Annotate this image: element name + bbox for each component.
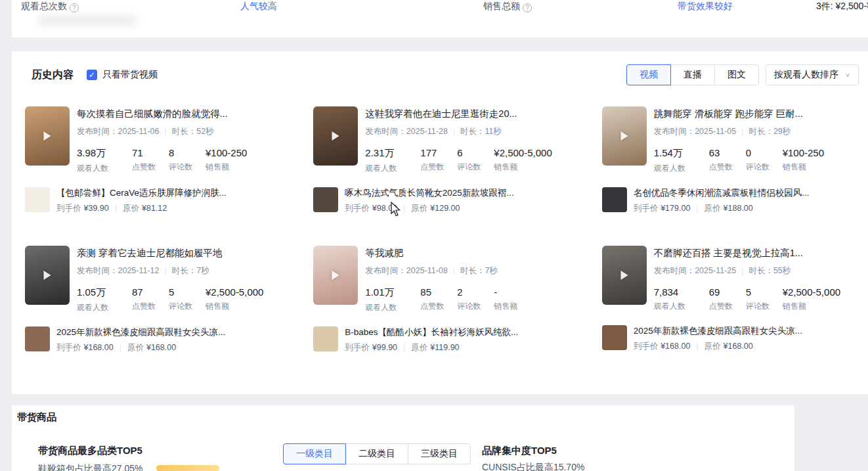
product-thumbnail[interactable] (25, 326, 50, 351)
summary-stats-bar: 观看总次数? 人气较高 销售总额? 带货效果较好 3件: ¥2,500-¥5,0… (12, 0, 868, 37)
video-card[interactable]: 跳舞能穿 滑板能穿 跑步能穿 巨耐... 发布时间：2025-11-05|时长：… (602, 106, 860, 214)
original-price-label: 原价 (123, 204, 139, 213)
video-card[interactable]: 不磨脚还百搭 主要是视觉上拉高1... 发布时间：2025-11-25|时长：5… (602, 246, 860, 353)
video-thumbnail[interactable] (313, 246, 358, 305)
original-price-label: 原价 (705, 204, 721, 213)
product-title[interactable]: 2025年新款裸色漆皮细跟高跟鞋女尖头凉... (56, 326, 225, 338)
product-title[interactable]: 【包邮尝鲜】CeraVe适乐肤屏障修护润肤... (56, 187, 227, 199)
video-card[interactable]: 每次摸着自己细腻嫩滑的脸就觉得... 发布时间：2025-11-06|时长：52… (25, 106, 283, 214)
only-ecommerce-videos-checkbox[interactable]: ✓ 只看带货视频 (87, 69, 158, 81)
video-title[interactable]: 等我减肥 (365, 247, 571, 259)
video-thumbnail[interactable] (602, 246, 647, 305)
sales-effect-link[interactable]: 带货效果较好 (678, 1, 733, 12)
product-title[interactable]: 啄木鸟法式气质长筒靴女2025新款坡跟褶... (345, 187, 513, 199)
publish-date: 发布时间：2025-11-28 (365, 127, 448, 136)
stat-销售额: ¥100-250销售额 (206, 147, 247, 174)
linked-product[interactable]: B-babes【酷酷小妖】长袖衬衫海妖风纯欲... 到手价¥99.90|原价¥1… (313, 326, 571, 353)
linked-product[interactable]: 【包邮尝鲜】CeraVe适乐肤屏障修护润肤... 到手价¥39.90|原价¥81… (25, 187, 283, 214)
top-categories-title: 带货商品最多品类TOP5 (38, 445, 142, 457)
help-icon[interactable]: ? (70, 3, 79, 12)
video-thumbnail[interactable] (602, 106, 647, 166)
product-thumbnail[interactable] (602, 325, 627, 350)
product-prices: 到手价¥168.00|原价¥168.00 (56, 342, 225, 353)
publish-date: 发布时间：2025-11-05 (654, 127, 737, 136)
stat-点赞数: 85点赞数 (420, 286, 457, 313)
brand-concentration-title: 品牌集中度TOP5 (482, 445, 557, 457)
video-duration: 时长：52秒 (172, 127, 214, 136)
video-stats: 1.54万观看人数63点赞数0评论数¥100-250销售额 (654, 147, 860, 174)
checkbox-checked-icon[interactable]: ✓ (87, 70, 97, 80)
deal-price-label: 到手价 (345, 204, 370, 213)
video-card[interactable]: 亲测 穿着它去迪士尼都能如履平地 发布时间：2025-11-12|时长：7秒 1… (25, 246, 283, 353)
product-thumbnail[interactable] (313, 187, 338, 212)
deal-price-label: 到手价 (634, 342, 659, 351)
video-duration: 时长：7秒 (172, 266, 209, 275)
product-prices: 到手价¥179.00|原价¥188.00 (634, 203, 810, 214)
stat-销售额: ¥2,500-5,000销售额 (783, 286, 840, 312)
stat-点赞数: 69点赞数 (709, 286, 746, 312)
tab-三级类目[interactable]: 三级类目 (408, 443, 471, 464)
linked-product[interactable]: 2025年新款裸色漆皮细跟高跟鞋女尖头凉... 到手价¥168.00|原价¥16… (602, 325, 860, 352)
sort-dropdown[interactable]: 按观看人数排序 ∨ (766, 64, 859, 85)
content-type-tabs: 视频直播图文 (626, 64, 759, 85)
play-icon (332, 271, 339, 280)
product-title[interactable]: 名创优品冬季休闲潮流减震板鞋情侣校园风... (634, 187, 810, 199)
tab-图文[interactable]: 图文 (714, 64, 759, 85)
product-title[interactable]: B-babes【酷酷小妖】长袖衬衫海妖风纯欲... (345, 326, 518, 338)
stat-销售额: ¥2,500-5,000销售额 (494, 147, 552, 174)
video-stats: 1.05万观看人数87点赞数5评论数¥2,500-5,000销售额 (77, 286, 283, 313)
publish-date: 发布时间：2025-11-06 (77, 127, 160, 136)
stat-评论数: 5评论数 (169, 286, 206, 313)
product-thumbnail[interactable] (602, 187, 627, 212)
tab-一级类目[interactable]: 一级类目 (283, 443, 346, 464)
product-thumbnail[interactable] (313, 326, 338, 351)
stat-观看人数: 2.31万观看人数 (365, 147, 420, 174)
video-title[interactable]: 不磨脚还百搭 主要是视觉上拉高1... (654, 247, 860, 259)
video-title[interactable]: 每次摸着自己细腻嫩滑的脸就觉得... (77, 108, 283, 120)
video-meta: 发布时间：2025-11-25|时长：55秒 (654, 265, 860, 277)
video-thumbnail[interactable] (25, 106, 70, 166)
product-thumbnail[interactable] (25, 187, 50, 212)
sales-range-value: 3件: ¥2,500-¥5,00 (816, 1, 868, 12)
sales-total-label: 销售总额? (483, 1, 532, 12)
stat-销售额: -销售额 (494, 286, 517, 313)
tab-二级类目[interactable]: 二级类目 (345, 443, 408, 464)
publish-date: 发布时间：2025-11-12 (77, 266, 160, 275)
linked-product[interactable]: 啄木鸟法式气质长筒靴女2025新款坡跟褶... 到手价¥98.00|原价¥129… (313, 187, 571, 214)
video-card[interactable]: 这鞋我穿着他在迪士尼里逛街走20... 发布时间：2025-11-28|时长：1… (313, 106, 571, 214)
video-thumbnail[interactable] (313, 106, 358, 166)
stat-点赞数: 71点赞数 (132, 147, 169, 174)
popularity-assessment-link[interactable]: 人气较高 (240, 1, 277, 12)
tab-直播[interactable]: 直播 (670, 64, 715, 85)
video-thumbnail[interactable] (25, 246, 70, 305)
linked-product[interactable]: 名创优品冬季休闲潮流减震板鞋情侣校园风... 到手价¥179.00|原价¥188… (602, 187, 860, 214)
video-meta: 发布时间：2025-11-05|时长：29秒 (654, 126, 860, 137)
original-price-value: ¥81.12 (142, 204, 167, 213)
blurred-metric-value (38, 14, 137, 26)
tab-视频[interactable]: 视频 (626, 64, 671, 85)
stat-观看人数: 3.98万观看人数 (77, 147, 132, 174)
history-content-panel: 历史内容 ✓ 只看带货视频 视频直播图文 按观看人数排序 ∨ 每次摸着自己细腻嫩… (12, 51, 868, 394)
help-icon[interactable]: ? (523, 3, 532, 12)
checkbox-label: 只看带货视频 (102, 69, 158, 81)
video-title[interactable]: 跳舞能穿 滑板能穿 跑步能穿 巨耐... (654, 108, 860, 120)
product-title[interactable]: 2025年新款裸色漆皮细跟高跟鞋女尖头凉... (634, 325, 802, 337)
video-card[interactable]: 等我减肥 发布时间：2025-11-08|时长：7秒 1.01万观看人数85点赞… (313, 246, 571, 353)
video-title[interactable]: 亲测 穿着它去迪士尼都能如履平地 (77, 247, 283, 259)
linked-product[interactable]: 2025年新款裸色漆皮细跟高跟鞋女尖头凉... 到手价¥168.00|原价¥16… (25, 326, 283, 353)
stat-点赞数: 177点赞数 (420, 147, 457, 174)
deal-price-value: ¥168.00 (661, 342, 690, 351)
deal-price-value: ¥168.00 (84, 343, 114, 352)
video-title[interactable]: 这鞋我穿着他在迪士尼里逛街走20... (365, 108, 571, 120)
video-stats: 1.01万观看人数85点赞数2评论数-销售额 (365, 286, 571, 313)
original-price-label: 原价 (411, 204, 427, 213)
stat-观看人数: 1.05万观看人数 (77, 286, 132, 313)
original-price-label: 原价 (411, 343, 427, 352)
stat-点赞数: 87点赞数 (132, 286, 169, 313)
product-prices: 到手价¥98.00|原价¥129.00 (345, 203, 513, 214)
stat-销售额: ¥2,500-5,000销售额 (206, 286, 263, 313)
publish-date: 发布时间：2025-11-25 (654, 266, 737, 275)
category-level-tabs: 一级类目二级类目三级类目 (283, 443, 471, 464)
original-price-label: 原价 (705, 342, 721, 351)
stat-评论数: 0评论数 (746, 147, 783, 174)
